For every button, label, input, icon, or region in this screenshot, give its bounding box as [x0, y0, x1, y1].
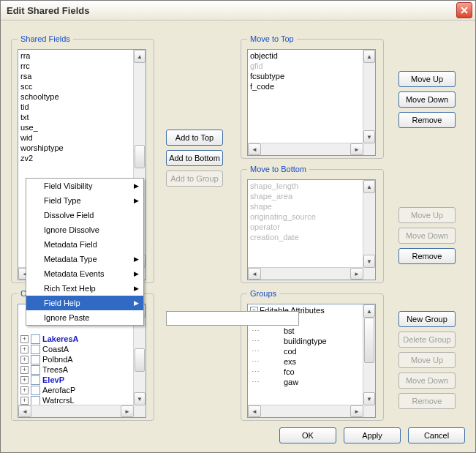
list-item[interactable]: shape_length — [250, 181, 361, 191]
new-group-button[interactable]: New Group — [398, 311, 456, 327]
submenu-panel[interactable] — [166, 311, 299, 326]
menu-item[interactable]: Dissolve Field — [26, 208, 143, 222]
scroll-up-icon[interactable]: ▲ — [363, 50, 375, 63]
scrollbar-horizontal[interactable]: ◄► — [18, 405, 134, 417]
expand-icon[interactable]: + — [20, 335, 29, 343]
menu-item[interactable]: Field Type▶ — [26, 193, 143, 208]
scroll-thumb[interactable] — [135, 145, 145, 168]
checkbox[interactable] — [31, 355, 40, 364]
list-item[interactable]: schooltype — [20, 91, 132, 102]
scroll-left-icon[interactable]: ◄ — [248, 268, 261, 280]
scrollbar-vertical[interactable]: ▲ ▼ — [363, 50, 375, 143]
list-item[interactable]: rrc — [20, 61, 132, 71]
scroll-up-icon[interactable]: ▲ — [363, 180, 375, 193]
list-item[interactable]: gfid — [250, 61, 361, 71]
menu-item[interactable]: Metadata Field — [26, 237, 143, 252]
tree-row[interactable]: +WatrcrsL — [20, 395, 132, 405]
move-top-down-button[interactable]: Move Down — [398, 91, 456, 108]
checkbox[interactable] — [31, 375, 40, 385]
list-item[interactable]: rra — [20, 50, 132, 61]
list-item[interactable]: zv2 — [20, 153, 132, 163]
menu-item[interactable]: Field Help▶ — [26, 296, 143, 310]
list-item[interactable]: shape — [250, 201, 361, 211]
menu-item[interactable]: Metadata Type▶ — [26, 252, 143, 266]
list-item[interactable]: txt — [20, 112, 132, 122]
menu-item[interactable]: Field Visibility▶ — [26, 179, 143, 193]
list-item[interactable]: worshiptype — [20, 143, 132, 153]
scroll-up-icon[interactable]: ▲ — [363, 304, 375, 318]
tree-row[interactable]: +PolbndA — [20, 354, 132, 364]
scroll-right-icon[interactable]: ► — [350, 405, 363, 417]
tree-row[interactable]: ⋯bst — [250, 326, 361, 336]
checkbox[interactable] — [31, 334, 40, 344]
scroll-down-icon[interactable]: ▼ — [363, 392, 375, 405]
expand-icon[interactable]: + — [20, 397, 29, 405]
list-item[interactable]: fcsubtype — [250, 71, 361, 81]
list-item[interactable]: use_ — [20, 122, 132, 132]
add-to-top-button[interactable]: Add to Top — [166, 130, 223, 146]
tree-row[interactable]: ⋯cod — [250, 346, 361, 356]
list-item[interactable]: objectid — [250, 50, 361, 61]
checkbox[interactable] — [31, 345, 40, 354]
tree-row[interactable]: ⋯exs — [250, 356, 361, 367]
move-bottom-list[interactable]: shape_lengthshape_areashapeoriginating_s… — [247, 179, 376, 280]
scroll-left-icon[interactable]: ◄ — [248, 143, 261, 155]
checkbox[interactable] — [31, 365, 40, 375]
list-item[interactable]: originating_source — [250, 211, 361, 222]
ok-button[interactable]: OK — [279, 427, 336, 443]
scrollbar-horizontal[interactable]: ◄► — [248, 405, 363, 417]
checkbox[interactable] — [31, 386, 40, 395]
scroll-up-icon[interactable]: ▲ — [134, 50, 146, 63]
scroll-down-icon[interactable]: ▼ — [363, 130, 375, 143]
scrollbar-vertical[interactable]: ▲ ▼ — [363, 304, 375, 405]
tree-row[interactable]: +LakeresA — [20, 334, 132, 344]
cancel-button[interactable]: Cancel — [408, 427, 465, 443]
list-item[interactable]: wid — [20, 132, 132, 143]
expand-icon[interactable]: + — [20, 345, 29, 353]
tree-row[interactable]: +ElevP — [20, 375, 132, 385]
expand-icon[interactable]: + — [20, 376, 29, 384]
move-top-list[interactable]: objectidgfidfcsubtypef_code ▲ ▼ ◄► — [247, 49, 376, 156]
scroll-right-icon[interactable]: ► — [350, 143, 363, 155]
context-menu[interactable]: Field Visibility▶Field Type▶Dissolve Fie… — [26, 178, 144, 326]
list-item[interactable]: f_code — [250, 81, 361, 91]
menu-item[interactable]: Ignore Paste — [26, 310, 143, 325]
close-button[interactable] — [456, 2, 472, 18]
menu-item[interactable]: Rich Text Help▶ — [26, 281, 143, 296]
tree-row[interactable]: +CoastA — [20, 344, 132, 354]
titlebar: Edit Shared Fields — [1, 1, 475, 20]
scroll-thumb[interactable] — [135, 348, 145, 372]
list-item[interactable]: creation_date — [250, 232, 361, 242]
list-item[interactable]: rsa — [20, 71, 132, 81]
tree-row[interactable]: +TreesA — [20, 364, 132, 375]
scrollbar-vertical[interactable]: ▲ ▼ — [363, 180, 375, 268]
scroll-right-icon[interactable]: ► — [121, 405, 134, 417]
list-item[interactable]: shape_area — [250, 191, 361, 201]
list-item[interactable]: tid — [20, 102, 132, 112]
checkbox[interactable] — [31, 396, 40, 405]
scrollbar-horizontal[interactable]: ◄► — [248, 143, 363, 155]
list-item[interactable]: operator — [250, 222, 361, 232]
expand-icon[interactable]: + — [20, 356, 29, 364]
list-item[interactable]: scc — [20, 81, 132, 91]
scroll-down-icon[interactable]: ▼ — [134, 392, 146, 405]
tree-row[interactable]: +AerofacP — [20, 385, 132, 395]
expand-icon[interactable]: + — [20, 386, 29, 394]
add-to-bottom-button[interactable]: Add to Bottom — [166, 150, 223, 166]
tree-row[interactable]: ⋯fco — [250, 367, 361, 377]
tree-row[interactable]: ⋯gaw — [250, 377, 361, 387]
scroll-left-icon[interactable]: ◄ — [248, 405, 261, 417]
menu-item[interactable]: Metadata Events▶ — [26, 266, 143, 281]
scroll-down-icon[interactable]: ▼ — [363, 255, 375, 268]
scroll-thumb[interactable] — [364, 318, 374, 363]
move-top-remove-button[interactable]: Remove — [398, 112, 456, 128]
move-top-up-button[interactable]: Move Up — [398, 71, 456, 87]
scroll-left-icon[interactable]: ◄ — [18, 405, 31, 417]
apply-button[interactable]: Apply — [344, 427, 401, 443]
move-bottom-remove-button[interactable]: Remove — [398, 248, 456, 264]
menu-item[interactable]: Ignore Dissolve — [26, 222, 143, 237]
expand-icon[interactable]: + — [20, 366, 29, 374]
tree-row[interactable]: ⋯buildingtype — [250, 336, 361, 346]
scrollbar-horizontal[interactable]: ◄► — [248, 267, 363, 280]
scroll-right-icon[interactable]: ► — [350, 268, 363, 280]
